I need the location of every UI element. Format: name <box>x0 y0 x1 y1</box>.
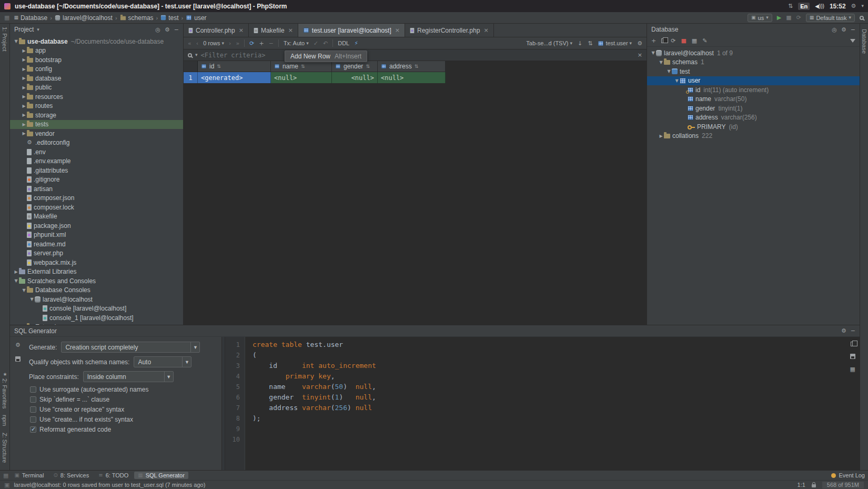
row-count-dropdown[interactable]: 0 rows <box>203 40 224 46</box>
checkbox-unchecked[interactable] <box>30 406 36 413</box>
session-menu-icon[interactable] <box>851 3 856 9</box>
tree-right-arrow-icon[interactable]: ▶ <box>21 57 27 62</box>
tree-right-arrow-icon[interactable]: ▶ <box>13 270 19 274</box>
open-table-icon[interactable] <box>692 38 697 44</box>
tree-right-arrow-icon[interactable]: ▶ <box>21 104 27 108</box>
transaction-mode-dropdown[interactable]: Tx: Auto <box>284 40 309 46</box>
breadcrumb-item[interactable]: schemas <box>120 14 154 22</box>
database-tree-item[interactable]: ▼schemas1 <box>647 58 860 67</box>
project-tree-item[interactable]: webpack.mix.js <box>10 258 183 267</box>
duplicate-icon[interactable] <box>661 38 665 43</box>
toolwindow-tab[interactable]: Terminal <box>11 472 47 479</box>
locate-object-icon[interactable] <box>832 27 837 33</box>
commit-icon[interactable] <box>314 41 318 46</box>
tree-right-arrow-icon[interactable]: ▶ <box>21 67 27 72</box>
generator-settings-icon[interactable] <box>15 342 21 348</box>
database-tree-item[interactable]: PRIMARY(id) <box>647 122 860 132</box>
splitter[interactable] <box>221 337 225 470</box>
close-tab-icon[interactable] <box>239 27 244 33</box>
status-icon[interactable] <box>4 482 9 488</box>
project-tree-item[interactable]: readme.md <box>10 239 183 249</box>
stop-button[interactable] <box>786 15 791 21</box>
keyboard-layout-chip[interactable]: us <box>748 14 772 22</box>
export-format-dropdown[interactable]: Tab-se...d (TSV) <box>526 40 572 46</box>
sort-icon[interactable] <box>301 64 305 69</box>
checkbox-unchecked[interactable] <box>30 396 36 403</box>
project-tree-item[interactable]: ▶app <box>10 46 183 56</box>
new-datasource-icon[interactable] <box>651 38 656 44</box>
close-tab-icon[interactable] <box>288 27 293 33</box>
run-configuration-chip[interactable]: Default task <box>806 14 855 22</box>
database-tree-item[interactable]: namevarchar(50) <box>647 95 860 104</box>
sort-icon[interactable] <box>415 64 419 69</box>
checkbox-row[interactable]: Use surrogate (auto-generated) names <box>30 386 217 393</box>
caret-position[interactable]: 1:1 <box>798 482 805 488</box>
database-tree-item[interactable]: ▼laravel@localhost1 of 9 <box>647 48 860 58</box>
row-number-cell[interactable]: 1 <box>184 72 198 83</box>
tree-right-arrow-icon[interactable]: ▶ <box>21 76 27 81</box>
sort-icon[interactable] <box>366 64 370 69</box>
toolwindow-quick-access-icon[interactable] <box>3 473 8 478</box>
project-tree-item[interactable]: ▶config <box>10 65 183 74</box>
project-tree-item[interactable]: ▼use-database~/Documents/code/use-databa… <box>10 37 183 46</box>
tree-right-arrow-icon[interactable]: ▶ <box>21 122 27 127</box>
project-tree-item[interactable]: composer.lock <box>10 203 183 212</box>
project-tree-item[interactable]: ▼Database Consoles <box>10 286 183 295</box>
toolwindow-stripe-button[interactable]: 1: Project <box>2 24 8 54</box>
breadcrumb-item[interactable]: Database <box>14 14 47 22</box>
tree-down-arrow-icon[interactable]: ▼ <box>29 297 35 302</box>
close-filter-icon[interactable] <box>638 52 642 58</box>
checkbox-row[interactable]: Use "create... if not exists" syntax <box>30 416 217 423</box>
toolwindow-stripe-button[interactable]: npm <box>2 412 8 429</box>
open-in-editor-icon[interactable] <box>850 366 855 372</box>
tree-right-arrow-icon[interactable]: ▶ <box>658 134 664 138</box>
tree-down-arrow-icon[interactable]: ▼ <box>674 78 680 83</box>
language-indicator[interactable]: En <box>798 3 810 10</box>
grid-column-header[interactable]: address <box>378 61 446 72</box>
tree-down-arrow-icon[interactable]: ▼ <box>13 278 19 283</box>
project-tree-item[interactable]: ▶routes <box>10 102 183 111</box>
add-row-button[interactable] <box>259 41 264 46</box>
run-button[interactable] <box>777 15 781 21</box>
checkbox-row[interactable]: Reformat generated code <box>30 426 217 433</box>
constraints-select[interactable]: Inside column ▼ <box>83 371 174 382</box>
hide-panel-icon[interactable] <box>851 328 855 334</box>
project-tree-item[interactable]: Makefile <box>10 212 183 222</box>
editor-tab[interactable]: test.user [laravel@localhost] <box>298 24 405 37</box>
database-tree-item[interactable]: addressvarchar(256) <box>647 113 860 123</box>
checkbox-row[interactable]: Use "create or replace" syntax <box>30 406 217 413</box>
tree-down-arrow-icon[interactable]: ▼ <box>666 69 672 74</box>
checkbox-unchecked[interactable] <box>30 386 36 393</box>
settings-icon[interactable] <box>841 27 846 33</box>
grid-settings-icon[interactable] <box>637 41 642 46</box>
filter-icon[interactable] <box>850 39 855 43</box>
next-page-icon[interactable] <box>229 41 231 46</box>
qualify-select[interactable]: Auto ▼ <box>134 356 191 367</box>
download-data-icon[interactable] <box>578 41 582 46</box>
tree-down-arrow-icon[interactable]: ▼ <box>21 288 27 293</box>
project-tree-item[interactable]: ▼Scratches and Consoles <box>10 276 183 286</box>
toolwindow-tab[interactable]: 6: TODO <box>95 472 132 479</box>
keyboard-arrows-icon[interactable] <box>788 3 793 9</box>
reload-data-icon[interactable] <box>249 41 254 46</box>
save-script-icon[interactable] <box>15 356 21 362</box>
project-tree-item[interactable]: .editorconfig <box>10 138 183 148</box>
edit-source-icon[interactable] <box>702 38 707 44</box>
clock[interactable]: 15:52 <box>830 3 846 10</box>
sort-icon[interactable] <box>588 41 592 46</box>
breadcrumb-item[interactable]: user <box>186 14 206 22</box>
copy-code-icon[interactable] <box>851 342 855 346</box>
project-tree-item[interactable]: ▶vendor <box>10 129 183 138</box>
stop-connection-icon[interactable] <box>681 38 686 44</box>
editor-tab[interactable]: Controller.php <box>184 24 249 37</box>
project-tree-item[interactable]: artisan <box>10 184 183 194</box>
last-page-icon[interactable] <box>236 41 239 46</box>
toolwindow-switcher-icon[interactable] <box>4 15 9 21</box>
project-tree-item[interactable]: ▶database <box>10 74 183 83</box>
tree-right-arrow-icon[interactable]: ▶ <box>21 48 27 53</box>
sql-code[interactable]: create table test.user( id int auto_incr… <box>245 337 860 470</box>
project-tree-item[interactable]: .gitattributes <box>10 166 183 175</box>
filter-criteria-input[interactable]: <Filter criteria> <box>201 52 266 59</box>
project-tree-item[interactable]: ▶storage <box>10 111 183 120</box>
project-tree-item[interactable]: package.json <box>10 221 183 231</box>
